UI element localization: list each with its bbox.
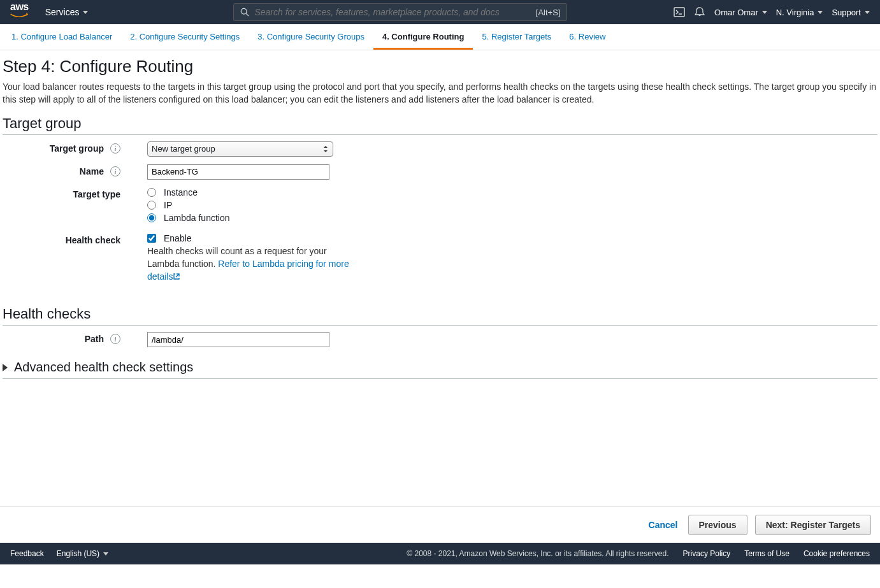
target-group-selected: New target group (152, 144, 215, 154)
advanced-label: Advanced health check settings (14, 360, 193, 375)
search-icon (240, 8, 249, 17)
tab-review[interactable]: 6. Review (560, 24, 614, 50)
radio-label-lambda: Lambda function (164, 213, 230, 223)
search-box[interactable]: [Alt+S] (233, 3, 567, 21)
next-button[interactable]: Next: Register Targets (755, 515, 871, 535)
search-input[interactable] (254, 7, 535, 17)
tab-configure-routing[interactable]: 4. Configure Routing (373, 24, 473, 50)
target-group-select[interactable]: New target group (147, 141, 333, 157)
cookie-link[interactable]: Cookie preferences (804, 549, 870, 558)
info-icon[interactable]: i (110, 143, 120, 154)
region-label: N. Virginia (776, 8, 814, 17)
advanced-health-check-toggle[interactable]: Advanced health check settings (3, 360, 877, 379)
language-selector[interactable]: English (US) (57, 549, 108, 558)
radio-ip[interactable] (147, 201, 156, 210)
services-menu[interactable]: Services (40, 7, 94, 17)
name-input[interactable] (147, 164, 329, 180)
main-content: Step 4: Configure Routing Your load bala… (0, 50, 880, 379)
expand-arrow-icon (3, 364, 8, 371)
region-menu[interactable]: N. Virginia (776, 8, 823, 17)
caret-down-icon (103, 552, 108, 556)
caret-down-icon (865, 11, 870, 14)
svg-rect-2 (674, 8, 684, 17)
copyright: © 2008 - 2021, Amazon Web Services, Inc.… (407, 549, 668, 558)
top-nav: aws Services [Alt+S] Omar Omar N. Virgin… (0, 0, 880, 24)
footer: Feedback English (US) © 2008 - 2021, Ama… (0, 543, 880, 564)
step-description: Your load balancer routes requests to th… (3, 80, 877, 106)
section-target-group: Target group (3, 115, 877, 135)
previous-button[interactable]: Previous (688, 515, 747, 535)
tab-configure-security-settings[interactable]: 2. Configure Security Settings (121, 24, 249, 50)
svg-line-4 (176, 274, 179, 277)
privacy-link[interactable]: Privacy Policy (683, 549, 731, 558)
caret-down-icon (83, 11, 88, 14)
aws-logo[interactable]: aws (10, 3, 29, 21)
path-input[interactable] (147, 332, 329, 347)
section-health-checks: Health checks (3, 306, 877, 326)
cancel-button[interactable]: Cancel (646, 515, 681, 535)
caret-down-icon (818, 11, 823, 14)
language-label: English (US) (57, 549, 99, 558)
external-link-icon (173, 273, 180, 280)
feedback-link[interactable]: Feedback (10, 549, 44, 558)
support-label: Support (832, 8, 861, 17)
aws-smile-icon (10, 13, 28, 19)
bell-icon[interactable] (694, 6, 705, 18)
terms-link[interactable]: Terms of Use (744, 549, 790, 558)
health-check-note: Health checks will count as a request fo… (147, 245, 357, 283)
radio-label-instance: Instance (164, 187, 198, 197)
cloudshell-icon[interactable] (674, 6, 685, 18)
action-bar: Cancel Previous Next: Register Targets (0, 506, 880, 543)
radio-label-ip: IP (164, 200, 172, 210)
radio-instance[interactable] (147, 188, 156, 197)
info-icon[interactable]: i (110, 166, 120, 176)
info-icon[interactable]: i (110, 334, 120, 344)
wizard-tabs: 1. Configure Load Balancer 2. Configure … (0, 24, 880, 50)
account-menu[interactable]: Omar Omar (714, 8, 767, 17)
tab-configure-security-groups[interactable]: 3. Configure Security Groups (249, 24, 373, 50)
services-label: Services (45, 7, 80, 17)
account-label: Omar Omar (714, 8, 758, 17)
tab-configure-load-balancer[interactable]: 1. Configure Load Balancer (3, 24, 121, 50)
svg-point-0 (242, 8, 247, 14)
label-path: Path (85, 334, 104, 344)
step-title: Step 4: Configure Routing (3, 57, 877, 76)
tab-register-targets[interactable]: 5. Register Targets (473, 24, 560, 50)
label-target-group: Target group (50, 143, 104, 154)
checkbox-label-enable: Enable (164, 233, 192, 243)
checkbox-enable-health-check[interactable] (147, 234, 156, 243)
label-target-type: Target type (73, 189, 120, 199)
select-arrow-icon (322, 145, 329, 153)
label-health-check: Health check (66, 235, 120, 245)
search-shortcut: [Alt+S] (536, 8, 561, 17)
caret-down-icon (762, 11, 767, 14)
support-menu[interactable]: Support (832, 8, 870, 17)
label-name: Name (80, 166, 104, 176)
svg-line-1 (247, 13, 249, 16)
radio-lambda[interactable] (147, 213, 156, 222)
